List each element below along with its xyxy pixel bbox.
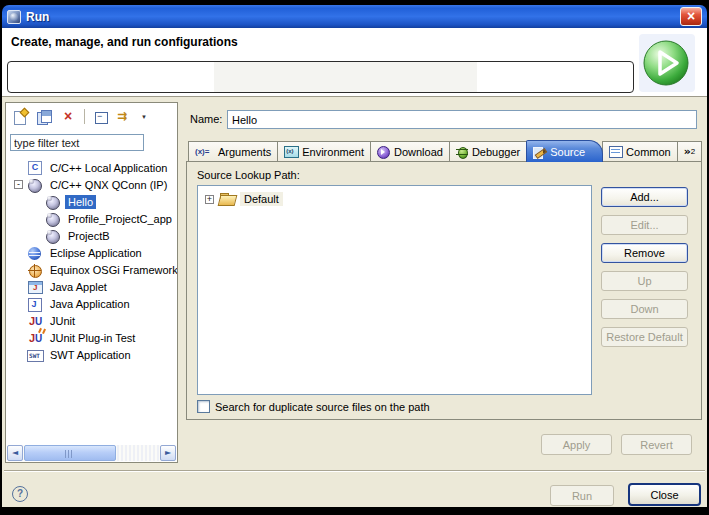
revert-button[interactable]: Revert (621, 434, 692, 455)
tree-item-label: Profile_ProjectC_app (65, 212, 175, 226)
dialog-header-title: Create, manage, and run configurations (11, 35, 238, 49)
environment-tab-icon (284, 146, 298, 157)
qnx-qconn-icon (45, 211, 61, 227)
configurations-toolbar (6, 103, 177, 130)
lookup-item-label: Default (240, 192, 283, 206)
java-application-icon (27, 296, 43, 312)
tree-item-java-application[interactable]: Java Application (6, 295, 177, 312)
tree-item-label: C/C++ QNX QConn (IP) (47, 178, 170, 192)
tree-item-hello[interactable]: Hello (6, 193, 177, 210)
close-window-button[interactable] (680, 7, 702, 26)
tree-item-label: Hello (65, 195, 96, 209)
run-dialog: { "window": { "title": "Run", "icon": "e… (0, 0, 709, 515)
tab-download[interactable]: Download (370, 141, 450, 162)
tree-item-equinox-osgi[interactable]: Equinox OSGi Framework (6, 261, 177, 278)
expand-expander-icon[interactable]: + (205, 195, 214, 204)
junit-plugin-icon (27, 330, 43, 346)
source-tab-content: Source Lookup Path: + Default Add... Edi… (186, 161, 702, 420)
duplicate-configuration-icon[interactable] (36, 109, 52, 125)
up-button[interactable]: Up (601, 271, 688, 291)
scroll-left-arrow-icon[interactable] (7, 445, 23, 461)
tree-item-eclipse-application[interactable]: Eclipse Application (6, 244, 177, 261)
add-button[interactable]: Add... (601, 187, 688, 207)
close-button[interactable]: Close (628, 483, 701, 506)
tab-label: Debugger (472, 146, 520, 158)
horizontal-scrollbar[interactable] (7, 445, 176, 461)
tree-item-label: Equinox OSGi Framework (47, 263, 177, 277)
tree-item-label: C/C++ Local Application (47, 161, 170, 175)
view-menu-dropdown-icon[interactable] (141, 109, 149, 125)
tab-debugger[interactable]: Debugger (449, 141, 527, 162)
java-applet-icon (27, 279, 43, 295)
scrollbar-thumb[interactable] (24, 445, 116, 461)
duplicate-sources-checkbox[interactable] (197, 400, 210, 413)
duplicate-sources-label: Search for duplicate source files on the… (215, 401, 430, 413)
remove-button[interactable]: Remove (601, 243, 688, 263)
source-tab-icon (533, 146, 546, 158)
collapse-expander-icon[interactable]: - (14, 180, 23, 189)
dialog-body: C/C++ Local Application - C/C++ QNX QCon… (2, 97, 707, 507)
tree-item-label: Java Application (47, 297, 133, 311)
tree-item-projectb[interactable]: ProjectB (6, 227, 177, 244)
common-tab-icon (609, 146, 622, 157)
filter-configurations-icon[interactable] (117, 109, 133, 125)
message-area-shade (214, 62, 477, 92)
tree-item-junit-plugin-test[interactable]: JUnit Plug-in Test (6, 329, 177, 346)
tree-item-label: ProjectB (65, 229, 113, 243)
toolbar-separator (84, 109, 85, 124)
tab-source[interactable]: Source (526, 140, 603, 162)
tree-item-label: Java Applet (47, 280, 110, 294)
c-application-icon (27, 160, 43, 176)
name-label: Name: (190, 113, 222, 125)
tab-arguments[interactable]: Arguments (188, 141, 278, 162)
tree-item-cpp-local[interactable]: C/C++ Local Application (6, 159, 177, 176)
tree-item-label: SWT Application (47, 348, 134, 362)
tree-item-qnx-qconn[interactable]: - C/C++ QNX QConn (IP) (6, 176, 177, 193)
tab-overflow-count: 2 (691, 147, 695, 156)
help-icon[interactable]: ? (12, 486, 28, 502)
tab-label: Download (394, 146, 443, 158)
new-configuration-icon[interactable] (12, 109, 28, 125)
name-input[interactable] (227, 110, 697, 129)
window-title: Run (26, 10, 49, 24)
tab-label: Environment (302, 146, 364, 158)
tree-item-java-applet[interactable]: Java Applet (6, 278, 177, 295)
default-lookup-item[interactable]: + Default (198, 186, 591, 206)
collapse-all-icon[interactable] (93, 109, 109, 125)
tab-environment[interactable]: Environment (277, 141, 371, 162)
tree-item-label: Eclipse Application (47, 246, 145, 260)
configurations-panel: C/C++ Local Application - C/C++ QNX QCon… (5, 102, 178, 463)
tab-common[interactable]: Common (602, 141, 678, 162)
tab-overflow[interactable]: »2 (677, 141, 703, 162)
delete-configuration-icon[interactable] (60, 109, 76, 125)
restore-default-button[interactable]: Restore Default (601, 327, 688, 347)
tree-item-junit[interactable]: JUnit (6, 312, 177, 329)
lookup-buttons-column: Add... Edit... Remove Up Down Restore De… (601, 187, 689, 355)
swt-application-icon (27, 347, 43, 363)
title-bar[interactable]: Run (2, 5, 707, 28)
open-folder-icon (219, 193, 236, 206)
qnx-qconn-icon (45, 194, 61, 210)
tree-item-label: JUnit Plug-in Test (47, 331, 138, 345)
filter-input[interactable] (10, 134, 144, 151)
tab-label: Common (626, 146, 671, 158)
tab-overflow-chevrons-icon: » (684, 145, 691, 158)
eclipse-application-icon (27, 245, 43, 261)
app-icon (7, 10, 21, 24)
qnx-qconn-icon (45, 228, 61, 244)
run-button[interactable]: Run (550, 485, 614, 506)
source-lookup-list[interactable]: + Default (197, 185, 592, 395)
tree-item-swt-application[interactable]: SWT Application (6, 346, 177, 363)
download-tab-icon (377, 146, 390, 158)
edit-button[interactable]: Edit... (601, 215, 688, 235)
equinox-osgi-icon (27, 262, 43, 278)
junit-icon (27, 313, 43, 329)
qnx-qconn-icon (27, 177, 43, 193)
down-button[interactable]: Down (601, 299, 688, 319)
scroll-right-arrow-icon[interactable] (160, 445, 176, 461)
debugger-tab-icon (456, 146, 468, 158)
apply-button[interactable]: Apply (541, 434, 612, 455)
source-lookup-path-label: Source Lookup Path: (197, 169, 300, 181)
tree-item-label: JUnit (47, 314, 78, 328)
tree-item-profile-projectc[interactable]: Profile_ProjectC_app (6, 210, 177, 227)
